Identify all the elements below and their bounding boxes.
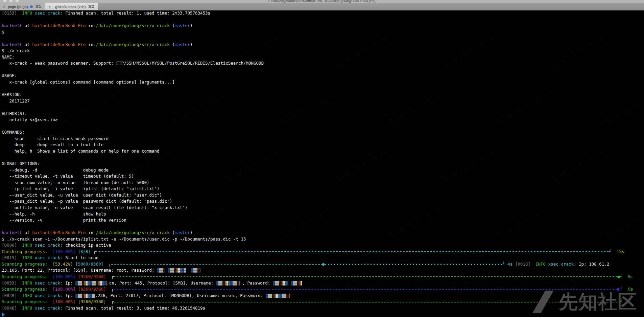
terminal-text: /data/code/golang/src/x-crack (96, 42, 169, 47)
progress-dash-bar (114, 276, 617, 277)
redacted-mosaic (75, 294, 95, 298)
terminal-text: at (22, 230, 32, 235)
terminal-text: [0015] (2, 255, 22, 260)
terminal-text: master (175, 42, 190, 47)
terminal-line: AUTHOR(S): (2, 111, 644, 117)
tab-label: pugo (pugo) (8, 5, 28, 9)
terminal-text: [100.00%] (53, 274, 76, 279)
terminal-line: COMMANDS: (2, 129, 644, 136)
terminal-text: x-crack - Weak password scanner, Support… (2, 61, 264, 66)
terminal-text (622, 274, 627, 279)
terminal-line: [0153] INFO xsec crack: Finshed scan, to… (2, 10, 644, 17)
terminal-text: /data/code/golang/src/x-crack (96, 23, 169, 28)
terminal-text: ┌ (103, 262, 111, 267)
terminal-text: Ip: (65, 280, 75, 286)
terminal-line: Scanning progress: [100.00%] [9360/9360]… (2, 299, 644, 305)
terminal-line: --ip_list value, -i value iplist (defaul… (2, 186, 644, 192)
terminal-text: $ ./x-crack scan -i ~/Documents/iplist.t… (2, 236, 246, 242)
terminal-line (2, 155, 644, 161)
terminal-text: ┘ (502, 262, 507, 267)
terminal-line: [0046] INFO xsec crack: Finshed scan, to… (2, 305, 644, 312)
terminal-text: ┌ (106, 274, 114, 279)
terminal-text: ( (170, 230, 175, 235)
redacted-mosaic (157, 268, 165, 273)
prompt-cursor-icon (2, 312, 5, 317)
terminal-line: help, h Shows a list of commands or help… (2, 148, 644, 155)
terminal-text: Finshed scan, total result: 3, used time… (65, 305, 205, 311)
terminal-line: Checking progress: [100.00%] [8/8] ┌┘ 15… (2, 249, 644, 255)
terminal-text: $ (2, 29, 4, 35)
terminal-text: hartnett (2, 42, 22, 47)
terminal-text: Scanning progress: (2, 274, 53, 279)
terminal-text: [9360/9360] (78, 274, 106, 279)
terminal-text: INFO (22, 293, 35, 298)
terminal-text: $ ./x-crack (2, 48, 30, 53)
terminal-text (186, 268, 191, 273)
terminal-text: VERSION: (2, 92, 22, 97)
terminal-text: master (175, 230, 190, 235)
terminal-text: xsec crack: (548, 262, 579, 267)
terminal-text: [100.00%] (53, 249, 76, 254)
terminal-text: in (86, 23, 96, 28)
terminal-text: master (175, 23, 190, 28)
terminal-text: xsec crack: (35, 305, 65, 311)
progress-dash-bar (114, 289, 617, 290)
terminal-text: x-crack [global options] command [comman… (2, 80, 175, 85)
terminal-text: netxfly <x@xsec.io> (2, 117, 58, 122)
terminal-line (2, 17, 644, 23)
terminal-text: 23.105, Port: 22, Protocol: [SSH], Usern… (2, 268, 157, 273)
tab-close-icon[interactable]: × (48, 5, 51, 9)
terminal-text: xsec crack: (35, 293, 65, 298)
terminal-text: USAGE: (2, 73, 17, 78)
terminal-line: scan start to crack weak password (2, 136, 644, 142)
terminal-text: ┘ (620, 299, 623, 304)
terminal-text: xsec crack: (35, 255, 65, 260)
terminal-text: Ip: 108.61.2 (579, 262, 609, 267)
terminal-text: --pass_dict value, -p value password dic… (2, 199, 172, 204)
terminal-text: dump dump result to a text file (2, 142, 103, 147)
terminal-line (2, 224, 644, 230)
terminal-line (2, 35, 644, 42)
tab-close-icon[interactable]: × (3, 5, 5, 9)
terminal-text: [0039] (2, 293, 22, 298)
tab-pugo[interactable]: × pugo (pugo) ⌘1 (0, 3, 45, 10)
terminal-line (2, 311, 644, 317)
terminal-line: [0033] INFO xsec crack: Ip: .cn, Port: 4… (2, 280, 644, 287)
terminal-text (165, 268, 168, 273)
terminal-text: INFO (22, 255, 35, 260)
terminal-text: .cn, Port: 445, Protocol: [SMB], Usernam… (106, 280, 216, 286)
terminal-text: Finshed scan, total result: 1, used time… (65, 10, 210, 16)
terminal-line: 20171227 (2, 98, 644, 105)
tab-shortcut: ⌘2 (88, 4, 94, 9)
tab-bar: × pugo (pugo) ⌘1 × ..g/src/x-crack (zsh)… (0, 3, 644, 10)
terminal-text: 4s (507, 262, 515, 267)
terminal-text: checking ip active (65, 243, 111, 248)
terminal-text: [0153] (2, 10, 22, 16)
terminal-line: x-crack [global options] command [comman… (2, 79, 644, 86)
terminal-text: Checking progress: (2, 249, 53, 254)
terminal-text: hartnettdeMacBook-Pro (32, 23, 86, 28)
terminal-line: 23.105, Port: 22, Protocol: [SSH], Usern… (2, 267, 644, 274)
terminal-text (75, 274, 78, 279)
terminal-text: at (22, 42, 32, 47)
terminal-text: .236, Port: 27017, Protocol: [MONGODB], … (95, 293, 265, 298)
terminal-line: [0039] INFO xsec crack: Ip: .236, Port: … (2, 293, 644, 299)
terminal-text: [5000/9360] (75, 262, 103, 267)
tab-shortcut: ⌘1 (35, 4, 41, 9)
terminal-text: , Password: (240, 280, 273, 286)
redacted-mosaic (273, 281, 288, 286)
terminal-line: --outfile value, -o value scan result fi… (2, 205, 644, 211)
terminal-text: scan start to crack weak password (2, 136, 109, 141)
terminal-line (2, 123, 644, 130)
tab-x-crack[interactable]: × ..g/src/x-crack (zsh) ⌘2 (45, 3, 98, 10)
terminal-text: Ip: (65, 293, 75, 298)
terminal-text: hartnettdeMacBook-Pro (32, 230, 86, 235)
terminal-text: INFO (22, 10, 35, 16)
terminal-line: --scan_num value, -n value thread num (d… (2, 180, 644, 186)
terminal-line: hartnett at hartnettdeMacBook-Pro in /da… (2, 42, 644, 48)
terminal-line (2, 86, 644, 92)
terminal-text: [100.00%] (53, 287, 76, 292)
terminal-text: [100.00%] (53, 299, 76, 304)
terminal-text: --version, -v print the version (2, 218, 126, 223)
terminal-text (75, 287, 78, 292)
